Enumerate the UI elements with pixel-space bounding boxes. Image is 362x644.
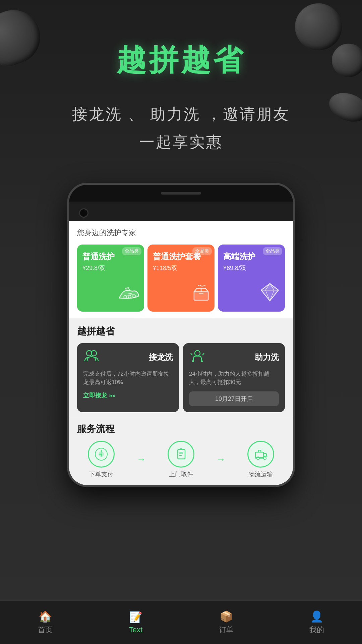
jielong-card-desc: 完成支付后，72小时内邀请朋友接龙最高可返10% (83, 370, 173, 387)
pin-cards-container: 接龙洗 完成支付后，72小时内邀请朋友接龙最高可返10% 立即接龙 »» (77, 343, 285, 412)
diamond-icon (258, 282, 282, 307)
nav-item-home[interactable]: 🏠 首页 (0, 601, 90, 644)
phone-top-bar (69, 185, 293, 202)
order-step-label: 下单支付 (89, 470, 113, 478)
pin-section: 越拼越省 (69, 318, 293, 417)
zhuli-card-title: 助力洗 (255, 352, 279, 363)
jielong-card-title: 接龙洗 (149, 352, 173, 363)
text-nav-icon: 📝 (129, 611, 142, 624)
svg-point-2 (124, 296, 126, 298)
service-card-premium-wash[interactable]: 全品类 高端洗护 ¥69.8/双 (218, 245, 285, 312)
service-flow-section: 服务流程 (69, 417, 293, 485)
service-flow-title: 服务流程 (77, 423, 285, 435)
flow-step-pickup: 上门取件 (168, 441, 194, 478)
camera-dot (79, 208, 88, 218)
pin-card-jielong[interactable]: 接龙洗 完成支付后，72小时内邀请朋友接龙最高可返10% 立即接龙 »» (77, 343, 179, 412)
nav-item-order[interactable]: 📦 订单 (181, 601, 272, 644)
card-price-normal-package: ¥118/5双 (153, 264, 209, 272)
pickup-step-label: 上门取件 (169, 470, 193, 478)
svg-point-18 (263, 457, 266, 460)
profile-nav-icon: 👤 (310, 610, 323, 623)
background-section: 越拼越省 接龙洗 、 助力洗 ，邀请朋友 一起享实惠 您身边的洗护专家 (0, 0, 362, 644)
svg-point-1 (128, 295, 131, 298)
expert-label: 您身边的洗护专家 (69, 221, 293, 241)
flow-arrow-1: → (136, 454, 146, 465)
pickup-icon-circle (168, 441, 194, 468)
pin-section-title: 越拼越省 (77, 325, 285, 338)
order-nav-label: 订单 (219, 625, 234, 635)
box-icon (191, 284, 211, 307)
svg-rect-3 (194, 291, 208, 300)
service-cards-container: 全品类 普通洗护 ¥29.8/双 (69, 241, 293, 318)
shoe-icon (117, 284, 141, 307)
phone-mockup: 您身边的洗护专家 全品类 普通洗护 ¥29.8/双 (67, 183, 295, 487)
hero-subtitle-line1: 接龙洗 、 助力洗 ，邀请朋友 (72, 105, 290, 123)
order-nav-icon: 📦 (220, 610, 233, 623)
zhuli-icon (189, 349, 206, 366)
nav-item-profile[interactable]: 👤 我的 (272, 601, 362, 644)
svg-rect-16 (255, 452, 263, 458)
card-price-premium-wash: ¥69.8/双 (223, 264, 280, 272)
svg-point-11 (195, 351, 200, 356)
hero-title: 越拼越省 (0, 40, 362, 80)
nav-item-text[interactable]: 📝 Text (90, 601, 181, 644)
home-nav-icon: 🏠 (39, 610, 52, 623)
zhuli-date-btn[interactable]: 10月27日开启 (189, 391, 279, 406)
logistics-icon-circle (247, 441, 274, 468)
zhuli-card-header: 助力洗 (189, 349, 279, 366)
order-icon-circle (88, 441, 115, 468)
flow-arrow-2: → (216, 454, 226, 465)
card-tag-premium-wash: 全品类 (263, 247, 282, 255)
card-tag-normal-wash: 全品类 (122, 247, 141, 255)
card-price-normal-wash: ¥29.8/双 (82, 264, 139, 272)
svg-point-14 (101, 453, 102, 455)
text-nav-label: Text (129, 626, 142, 634)
zhuli-card-desc: 24小时内，助力的人越多折扣越大，最高可抵扣30元 (189, 370, 279, 387)
home-nav-label: 首页 (38, 625, 53, 635)
bottom-navigation: 🏠 首页 📝 Text 📦 订单 👤 我的 (0, 600, 362, 644)
logistics-step-label: 物流运输 (249, 470, 273, 478)
service-card-normal-wash[interactable]: 全品类 普通洗护 ¥29.8/双 (77, 245, 144, 312)
jielong-icon (83, 349, 100, 366)
hero-section: 越拼越省 接龙洗 、 助力洗 ，邀请朋友 一起享实惠 (0, 0, 362, 156)
flow-step-order: 下单支付 (88, 441, 115, 478)
flow-step-logistics: 物流运输 (247, 441, 274, 478)
card-tag-normal-package: 全品类 (192, 247, 212, 255)
profile-nav-label: 我的 (309, 625, 324, 635)
pin-card-zhuli[interactable]: 助力洗 24小时内，助力的人越多折扣越大，最高可抵扣30元 10月27日开启 (183, 343, 285, 412)
flow-steps-container: 下单支付 → (77, 441, 285, 478)
svg-point-0 (133, 294, 135, 297)
phone-container: 您身边的洗护专家 全品类 普通洗护 ¥29.8/双 (0, 183, 362, 487)
service-card-normal-package[interactable]: 全品类 普通洗护套餐 ¥118/5双 (147, 245, 215, 312)
hero-subtitle-line2: 一起享实惠 (139, 133, 223, 151)
hero-subtitle: 接龙洗 、 助力洗 ，邀请朋友 一起享实惠 (0, 100, 362, 156)
phone-speaker (161, 192, 201, 195)
phone-camera-area (69, 202, 293, 221)
phone-screen-content: 您身边的洗护专家 全品类 普通洗护 ¥29.8/双 (69, 221, 293, 485)
jielong-card-action[interactable]: 立即接龙 »» (83, 391, 173, 399)
jielong-card-header: 接龙洗 (83, 349, 173, 366)
